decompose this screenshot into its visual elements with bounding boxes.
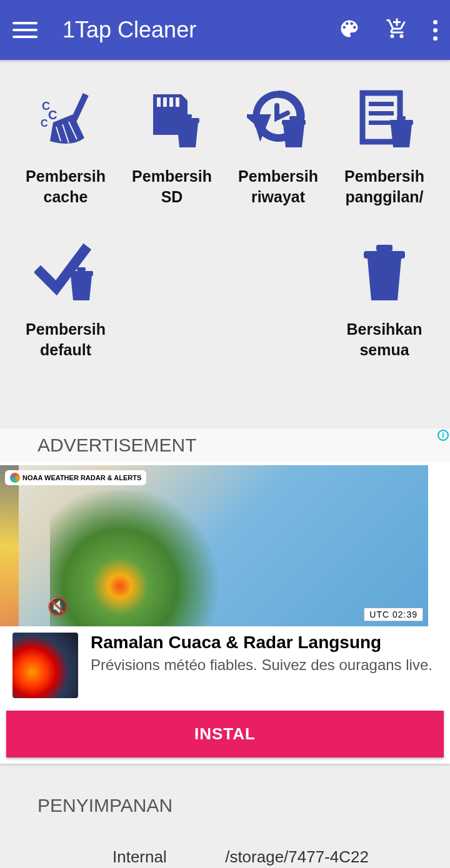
feature-calls-cleaner[interactable]: Pembersih panggilan/ — [334, 85, 434, 207]
overflow-menu-icon[interactable] — [433, 20, 438, 41]
feature-cache-cleaner[interactable]: CCC Pembersih cache — [16, 85, 116, 207]
storage-external-path: /storage/7477-4C22 — [225, 847, 369, 867]
app-title: 1Tap Cleaner — [62, 17, 338, 43]
app-header: 1Tap Cleaner — [0, 0, 450, 60]
svg-rect-25 — [376, 245, 392, 251]
cart-add-icon[interactable] — [386, 17, 408, 42]
feature-empty — [228, 238, 328, 360]
call-log-trash-icon — [334, 85, 434, 154]
feature-label: Pembersih riwayat — [228, 166, 328, 207]
svg-text:C: C — [41, 118, 48, 129]
svg-rect-20 — [389, 120, 413, 125]
feature-clean-all[interactable]: Bersihkan semua — [334, 238, 434, 360]
svg-rect-24 — [364, 251, 405, 259]
menu-icon[interactable] — [12, 17, 38, 42]
mute-icon[interactable]: 🔇 — [47, 596, 69, 617]
palette-icon[interactable] — [338, 17, 361, 42]
check-trash-icon — [16, 238, 116, 307]
svg-rect-12 — [183, 114, 192, 118]
feature-label: Bersihkan semua — [334, 319, 434, 360]
storage-section-label: PENYIMPANAN — [38, 795, 412, 816]
ad-description: Prévisions météo fiables. Suivez des our… — [91, 656, 438, 674]
feature-label: Pembersih default — [16, 319, 116, 360]
feature-grid: CCC Pembersih cache Pembersih SD Pembers… — [0, 60, 450, 428]
ad-map-badge: NOAA WEATHER RADAR & ALERTS — [5, 470, 146, 485]
svg-rect-14 — [282, 120, 306, 125]
feature-label: Pembersih SD — [122, 166, 222, 207]
feature-default-cleaner[interactable]: Pembersih default — [16, 238, 116, 360]
ad-section-label: ADVERTISEMENT — [0, 428, 450, 462]
storage-section: PENYIMPANAN Internal /storage/7477-4C22 — [0, 764, 450, 867]
ad-media[interactable]: NOAA WEATHER RADAR & ALERTS 🔇 UTC 02:39 — [0, 465, 428, 626]
svg-rect-8 — [163, 97, 167, 107]
svg-rect-17 — [369, 102, 394, 106]
ad-info-icon[interactable]: i — [438, 430, 449, 441]
svg-rect-18 — [369, 111, 394, 116]
svg-rect-23 — [77, 267, 86, 271]
svg-rect-10 — [176, 97, 179, 107]
ad-title: Ramalan Cuaca & Radar Langsung — [91, 633, 438, 653]
svg-rect-21 — [397, 116, 406, 120]
storage-row: Internal /storage/7477-4C22 — [38, 816, 412, 867]
storage-internal-label: Internal — [112, 847, 167, 867]
svg-rect-15 — [289, 116, 298, 120]
ad-details: Ramalan Cuaca & Radar Langsung Prévision… — [0, 626, 450, 704]
ad-thumbnail[interactable] — [12, 633, 78, 698]
advertisement-section: i ADVERTISEMENT NOAA WEATHER RADAR & ALE… — [0, 428, 450, 764]
svg-rect-11 — [176, 118, 199, 123]
history-trash-icon — [228, 85, 328, 154]
feature-label: Pembersih cache — [16, 166, 116, 207]
svg-rect-9 — [169, 97, 173, 107]
svg-rect-7 — [157, 97, 161, 107]
install-button[interactable]: INSTAL — [6, 711, 444, 757]
feature-label: Pembersih panggilan/ — [334, 166, 434, 207]
feature-empty — [122, 238, 222, 360]
ad-time-badge: UTC 02:39 — [364, 608, 423, 621]
trash-icon — [334, 238, 434, 307]
feature-sd-cleaner[interactable]: Pembersih SD — [122, 85, 222, 207]
svg-rect-22 — [69, 271, 93, 276]
sdcard-trash-icon — [122, 85, 222, 154]
header-actions — [338, 17, 438, 42]
feature-history-cleaner[interactable]: Pembersih riwayat — [228, 85, 328, 207]
svg-text:C: C — [48, 108, 57, 122]
broom-icon: CCC — [16, 85, 116, 154]
